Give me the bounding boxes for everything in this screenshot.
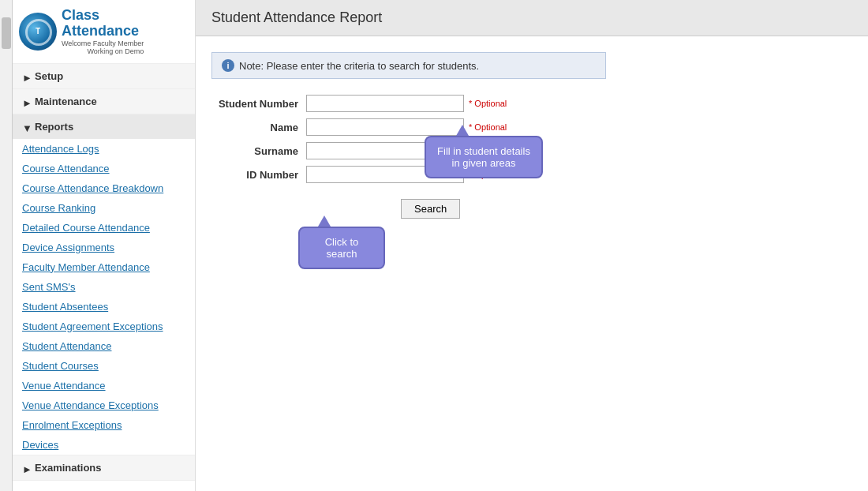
info-icon: i (222, 59, 234, 72)
content-area: i Note: Please enter the criteria to sea… (196, 36, 868, 234)
sidebar-item-student-courses[interactable]: Student Courses (13, 356, 195, 376)
welcome-text: Welcome Faculty Member Working on Demo (62, 39, 144, 55)
sidebar-item-course-ranking[interactable]: Course Ranking (13, 198, 195, 218)
reports-items: Attendance Logs Course Attendance Course… (13, 139, 195, 455)
sidebar: T Class Attendance Welcome Faculty Membe… (13, 0, 196, 491)
reports-label: Reports (35, 121, 73, 133)
sidebar-item-course-attendance-breakdown[interactable]: Course Attendance Breakdown (13, 178, 195, 198)
chevron-right-icon-2: ► (22, 97, 30, 105)
page-title: Student Attendance Report (211, 9, 852, 26)
nav-section-maintenance-header[interactable]: ► Maintenance (13, 89, 195, 114)
input-student-number[interactable] (306, 95, 464, 112)
tooltip-fill-arrow (456, 125, 469, 136)
scroll-thumb[interactable] (2, 17, 11, 49)
nav-section-reports-header[interactable]: ▼ Reports (13, 114, 195, 139)
examinations-label: Examinations (35, 462, 102, 474)
sidebar-item-detailed-course-attendance[interactable]: Detailed Course Attendance (13, 218, 195, 238)
sidebar-item-student-attendance[interactable]: Student Attendance (13, 336, 195, 356)
chevron-right-icon-3: ► (22, 463, 30, 471)
welcome-line2: Working on Demo (88, 47, 144, 55)
app-title-block: Class Attendance Welcome Faculty Member … (62, 8, 144, 55)
sidebar-item-course-attendance[interactable]: Course Attendance (13, 159, 195, 178)
tooltip-search-bubble: Click to search (298, 227, 385, 269)
nav-section-setup-header[interactable]: ► Setup (13, 64, 195, 88)
sidebar-item-venue-attendance[interactable]: Venue Attendance (13, 376, 195, 395)
form-row-student-number: Student Number * Optional (211, 95, 852, 112)
chevron-right-icon: ► (22, 72, 30, 80)
input-name[interactable] (306, 118, 464, 136)
title-line1: Class (62, 7, 99, 23)
sidebar-item-attendance-logs[interactable]: Attendance Logs (13, 139, 195, 159)
tooltip-fill-container: Fill in student details in given areas (425, 136, 543, 178)
label-student-number: Student Number (211, 98, 306, 110)
welcome-line1: Welcome Faculty Member (62, 39, 144, 47)
nav-section-reports: ▼ Reports Attendance Logs Course Attenda… (13, 114, 195, 455)
scroll-track[interactable] (0, 0, 13, 491)
nav-section-maintenance: ► Maintenance (13, 89, 195, 114)
tooltip-search-arrow (318, 216, 331, 227)
title-line2: Attendance (62, 23, 139, 39)
sidebar-item-student-absentees[interactable]: Student Absentees (13, 297, 195, 317)
search-button[interactable]: Search (401, 199, 460, 219)
maintenance-label: Maintenance (35, 96, 97, 107)
tooltip-search-container: Click to search (298, 227, 385, 269)
label-id-number: ID Number (211, 169, 306, 181)
search-area: Search Click to search Fill in student d… (306, 199, 460, 219)
form-row-name: Name * Optional (211, 118, 852, 136)
nav-section-setup: ► Setup (13, 64, 195, 89)
page-title-bar: Student Attendance Report (196, 0, 868, 36)
sidebar-item-enrolment-exceptions[interactable]: Enrolment Exceptions (13, 415, 195, 435)
logo-icon: T (19, 13, 57, 51)
note-box: i Note: Please enter the criteria to sea… (211, 52, 606, 79)
app-title: Class Attendance (62, 8, 144, 39)
tooltip-fill-bubble: Fill in student details in given areas (425, 136, 543, 178)
note-text: Note: Please enter the criteria to searc… (239, 60, 479, 72)
nav-section-examinations: ► Examinations (13, 455, 195, 481)
tooltip-fill-text: Fill in student details in given areas (437, 145, 530, 169)
chevron-down-icon: ▼ (22, 122, 30, 130)
optional-name: * Optional (469, 122, 507, 132)
sidebar-header: T Class Attendance Welcome Faculty Membe… (13, 0, 195, 64)
setup-label: Setup (35, 70, 63, 82)
main-content: Student Attendance Report i Note: Please… (196, 0, 868, 491)
nav-section-examinations-header[interactable]: ► Examinations (13, 455, 195, 480)
sidebar-item-venue-attendance-exceptions[interactable]: Venue Attendance Exceptions (13, 395, 195, 415)
label-surname: Surname (211, 145, 306, 157)
sidebar-item-student-agreement-exceptions[interactable]: Student Agreement Exceptions (13, 317, 195, 336)
sidebar-item-faculty-member-attendance[interactable]: Faculty Member Attendance (13, 257, 195, 277)
sidebar-item-devices[interactable]: Devices (13, 435, 195, 455)
tooltip-search-text: Click to search (325, 236, 359, 260)
optional-student-number: * Optional (469, 99, 507, 108)
sidebar-item-sent-sms[interactable]: Sent SMS's (13, 277, 195, 297)
sidebar-item-device-assignments[interactable]: Device Assignments (13, 238, 195, 257)
label-name: Name (211, 122, 306, 133)
